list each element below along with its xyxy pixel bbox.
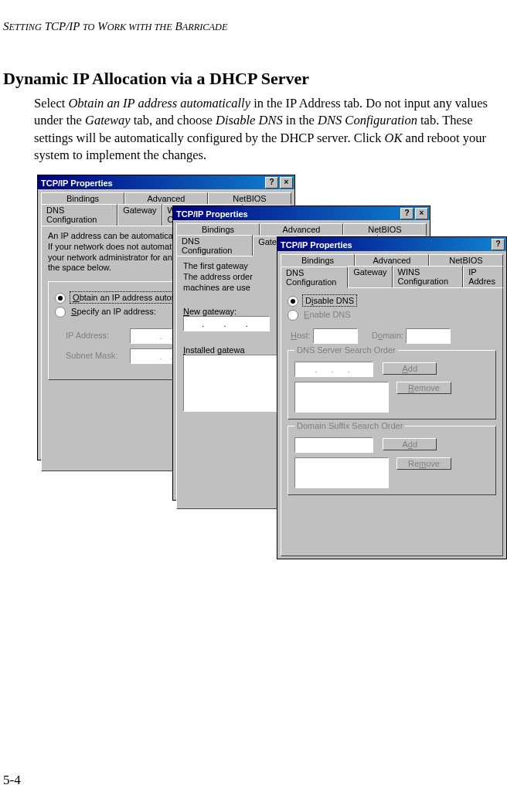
screenshot-figure: TCP/IP Properties ? × Bindings Advanced … [37,175,504,561]
tab-netbios[interactable]: NetBIOS [208,192,291,204]
dns-server-list[interactable] [294,382,389,413]
tab-dns[interactable]: DNS Configuration [41,204,117,226]
radio-dot-icon [288,310,298,321]
tab-netbios[interactable]: NetBIOS [343,223,427,235]
label-domain: Domain: [372,331,403,340]
remove-dns-button[interactable]: Remove [396,382,451,394]
tab-bindings[interactable]: Bindings [41,192,124,204]
tab-gateway[interactable]: Gateway [117,204,162,226]
radio-dot-selected-icon [288,296,298,307]
fieldset-domain-suffix-order: Domain Suffix Search Order [294,421,405,430]
domain-field[interactable] [406,328,451,344]
tab-advanced[interactable]: Advanced [124,192,208,204]
add-suffix-button[interactable]: Add [383,438,437,450]
window-title: TCP/IP Properties [41,178,113,188]
running-head: SETTING TCP/IP TO WORK WITH THE BARRICAD… [3,20,504,33]
new-gateway-field[interactable]: . . . [183,316,270,331]
tab-bindings[interactable]: Bindings [176,223,260,235]
tab-gateway[interactable]: Gateway [348,266,392,287]
dns-server-input[interactable]: . . . [294,362,373,377]
tab-dns[interactable]: DNS Configuration [281,267,348,288]
tab-advanced[interactable]: Advanced [355,254,429,266]
body-paragraph: Select Obtain an IP address automaticall… [34,95,504,164]
suffix-list[interactable] [294,457,389,488]
section-title: Dynamic IP Allocation via a DHCP Server [3,69,504,89]
help-button[interactable]: ? [400,208,413,219]
tab-advanced[interactable]: Advanced [260,223,343,235]
close-button[interactable]: × [280,177,293,189]
host-field[interactable] [313,328,358,344]
tab-wins[interactable]: WINS Configuration [393,266,464,287]
tab-dns[interactable]: DNS Configuration [176,235,253,256]
window-title: TCP/IP Properties [281,240,352,250]
tab-netbios[interactable]: NetBIOS [429,254,503,266]
suffix-input[interactable] [294,437,373,453]
titlebar: TCP/IP Properties ? × [38,175,294,189]
help-button[interactable]: ? [265,177,278,189]
tcpip-window-dns: TCP/IP Properties ? Bindings Advanced Ne… [277,236,507,559]
label-subnet-mask: Subnet Mask: [66,351,128,360]
window-title: TCP/IP Properties [176,209,248,219]
installed-gateways-list[interactable] [183,355,277,412]
help-button[interactable]: ? [492,239,505,250]
remove-suffix-button[interactable]: Remove [396,457,451,470]
titlebar: TCP/IP Properties ? × [173,206,430,220]
tab-bindings[interactable]: Bindings [281,254,355,266]
radio-disable-dns[interactable]: Disable DNS [288,296,496,307]
add-dns-button[interactable]: Add [383,362,437,375]
radio-dot-selected-icon [55,293,66,304]
label-ip-address: IP Address: [66,331,128,340]
close-button[interactable]: × [415,208,428,219]
radio-dot-icon [55,307,66,318]
tab-ipaddress[interactable]: IP Addres [463,266,503,287]
fieldset-dns-server-order: DNS Server Search Order [294,345,398,355]
radio-enable-dns[interactable]: Enable DNS [288,310,496,321]
titlebar: TCP/IP Properties ? [277,237,506,251]
label-host: Host: [291,331,311,340]
